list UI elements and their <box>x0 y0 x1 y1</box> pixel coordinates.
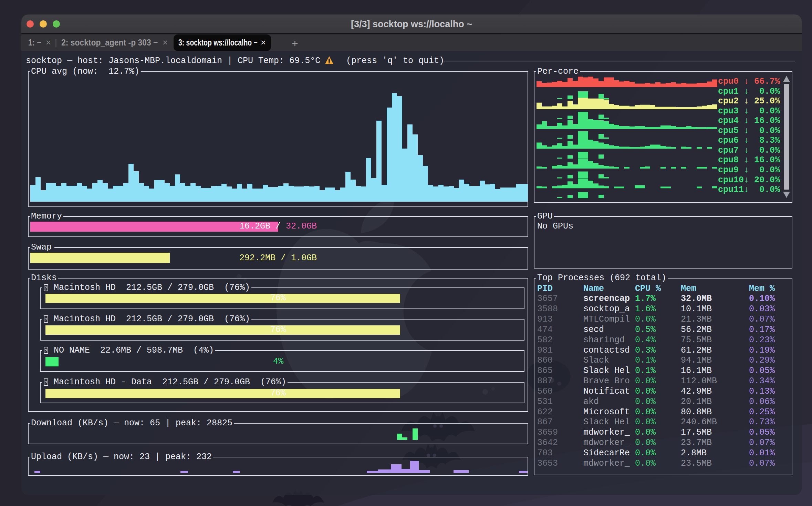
svg-text:?: ? <box>45 348 48 354</box>
svg-text:?: ? <box>45 380 48 385</box>
svg-text:?: ? <box>45 317 48 322</box>
svg-text:?: ? <box>45 286 48 291</box>
